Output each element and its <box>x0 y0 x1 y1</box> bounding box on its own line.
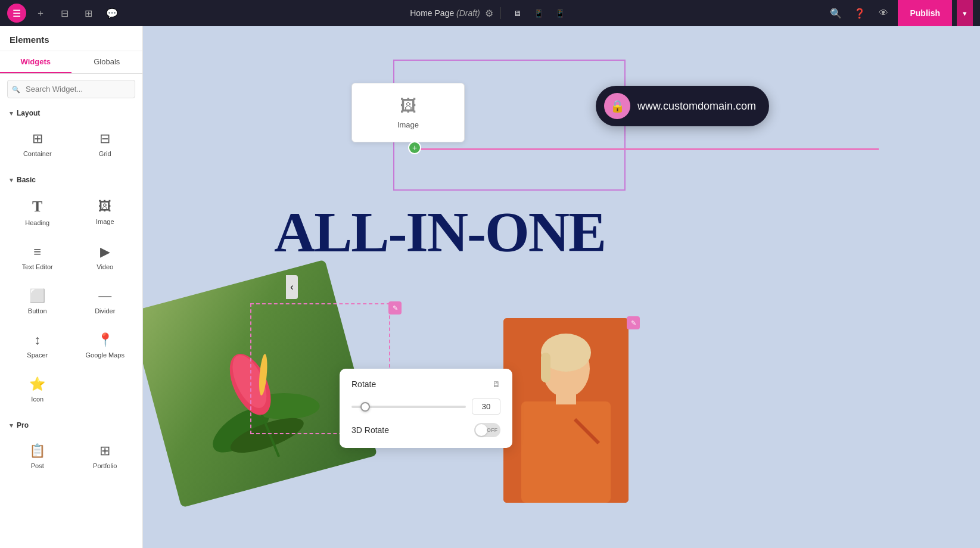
widget-text-editor-label: Text Editor <box>22 263 53 270</box>
sidebar-collapse-button[interactable]: ‹ <box>286 275 298 299</box>
widget-google-maps[interactable]: 📍 Google Maps <box>73 325 138 366</box>
divider-icon: ― <box>98 288 111 304</box>
image-icon: 🖼 <box>98 199 111 214</box>
topbar: ☰ ＋ ⊟ ⊞ 💬 Home Page (Draft) ⚙ 🖥 📱 📱 🔍 ❓ … <box>0 0 980 26</box>
widget-post[interactable]: 📋 Post <box>5 435 70 477</box>
post-icon: 📋 <box>29 443 45 459</box>
domain-badge[interactable]: 🔒 www.customdomain.com <box>596 86 769 126</box>
search-input[interactable] <box>7 80 135 98</box>
add-element-button[interactable]: ＋ <box>31 4 50 23</box>
image-drop-label: Image <box>397 120 419 129</box>
spacer-icon: ↕ <box>34 332 41 348</box>
rotate-slider-row: 30 <box>351 398 500 415</box>
help-icon-button[interactable]: ❓ <box>850 4 869 23</box>
topbar-center: Home Page (Draft) ⚙ 🖥 📱 📱 <box>410 4 570 23</box>
comments-button[interactable]: 💬 <box>102 4 122 23</box>
widget-container[interactable]: ⊞ Container <box>5 123 70 165</box>
layout-widgets: ⊞ Container ⊟ Grid <box>0 121 142 171</box>
grid-icon: ⊟ <box>99 131 110 147</box>
widget-grid[interactable]: ⊟ Grid <box>73 123 138 165</box>
search-area <box>0 74 142 104</box>
rotate-3d-toggle[interactable]: OFF <box>474 423 500 437</box>
section-basic[interactable]: Basic <box>0 171 142 188</box>
view-mode-icons: 🖥 📱 📱 <box>508 4 570 23</box>
topbar-left: ☰ ＋ ⊟ ⊞ 💬 <box>7 4 122 23</box>
rotate-device-icon: 🖥 <box>492 379 500 389</box>
page-settings-icon[interactable]: ⚙ <box>485 8 493 19</box>
publish-button[interactable]: Publish <box>898 0 952 26</box>
widget-text-editor[interactable]: ≡ Text Editor <box>5 236 70 278</box>
text-editor-icon: ≡ <box>33 244 41 260</box>
widget-spacer-label: Spacer <box>27 351 48 359</box>
widget-heading-label: Heading <box>25 219 49 226</box>
widget-divider[interactable]: ― Divider <box>73 281 138 322</box>
widget-spacer[interactable]: ↕ Spacer <box>5 325 70 366</box>
sidebar-title: Elements <box>0 26 142 51</box>
publish-dropdown-button[interactable]: ▾ <box>957 0 973 26</box>
woman-edit-icon[interactable]: ✎ <box>627 316 640 329</box>
widget-google-maps-label: Google Maps <box>86 351 125 359</box>
desktop-view-button[interactable]: 🖥 <box>508 4 527 23</box>
section-layout[interactable]: Layout <box>0 104 142 121</box>
rotate-3d-label: 3D Rotate <box>351 425 474 435</box>
search-icon-button[interactable]: 🔍 <box>826 4 845 23</box>
sidebar-tabs: Widgets Globals <box>0 51 142 74</box>
drop-indicator-line <box>409 148 879 150</box>
page-title: Home Page (Draft) <box>410 8 480 18</box>
toggle-text: OFF <box>487 427 497 433</box>
image-drop-icon: 🖼 <box>400 96 416 116</box>
widget-button-label: Button <box>28 307 47 315</box>
widget-heading[interactable]: T Heading <box>5 190 70 234</box>
section-pro[interactable]: Pro <box>0 416 142 433</box>
layers-button[interactable]: ⊞ <box>79 4 98 23</box>
main-layout: Elements Widgets Globals Layout ⊞ Contai… <box>0 26 980 548</box>
portfolio-icon: ⊞ <box>99 443 110 459</box>
svg-rect-8 <box>521 401 611 503</box>
pro-widgets: 📋 Post ⊞ Portfolio <box>0 433 142 483</box>
mobile-view-button[interactable]: 📱 <box>551 4 570 23</box>
widget-grid-label: Grid <box>99 150 111 157</box>
button-icon: ⬜ <box>29 288 45 304</box>
rotate-value-input[interactable]: 30 <box>472 398 500 415</box>
tab-widgets[interactable]: Widgets <box>0 51 71 73</box>
basic-widgets: T Heading 🖼 Image ≡ Text Editor ▶ Video … <box>0 188 142 416</box>
rotate-popup: Rotate 🖥 30 3D Rotate OFF <box>340 369 512 448</box>
widget-image-label: Image <box>96 218 114 225</box>
widget-image[interactable]: 🖼 Image <box>73 190 138 234</box>
rotate-label: Rotate <box>351 379 486 389</box>
search-wrapper <box>7 80 135 98</box>
tab-globals[interactable]: Globals <box>71 51 143 73</box>
topbar-right: 🔍 ❓ 👁 Publish ▾ <box>826 0 973 26</box>
svg-rect-12 <box>541 353 550 382</box>
all-in-one-heading[interactable]: ALL-IN-ONE <box>274 199 974 265</box>
widget-portfolio-label: Portfolio <box>93 462 117 469</box>
widget-portfolio[interactable]: ⊞ Portfolio <box>73 435 138 477</box>
preview-icon-button[interactable]: 👁 <box>874 4 893 23</box>
widget-video[interactable]: ▶ Video <box>73 236 138 278</box>
add-element-button-canvas[interactable]: + <box>408 141 421 154</box>
widget-icon-label: Icon <box>31 396 43 403</box>
widget-container-label: Container <box>23 150 52 157</box>
rotate-slider[interactable] <box>351 406 466 408</box>
google-maps-icon: 📍 <box>97 332 113 348</box>
icon-widget-icon: ⭐ <box>29 376 45 392</box>
canvas[interactable]: 🖼 Image + ALL-IN-ONE <box>143 26 980 548</box>
canvas-content: 🖼 Image + ALL-IN-ONE <box>143 26 980 548</box>
widget-video-label: Video <box>97 263 113 270</box>
widget-icon[interactable]: ⭐ Icon <box>5 369 70 410</box>
heading-icon: T <box>32 198 42 216</box>
divider <box>500 7 501 19</box>
widget-button[interactable]: ⬜ Button <box>5 281 70 322</box>
widget-post-label: Post <box>31 462 44 469</box>
rotate-3d-row: 3D Rotate OFF <box>351 423 500 437</box>
lock-icon: 🔒 <box>604 93 630 119</box>
flower-edit-icon[interactable]: ✎ <box>388 301 402 315</box>
image-drop-widget[interactable]: 🖼 Image <box>351 83 465 142</box>
tablet-view-button[interactable]: 📱 <box>530 4 549 23</box>
structure-button[interactable]: ⊟ <box>55 4 74 23</box>
menu-button[interactable]: ☰ <box>7 4 26 23</box>
woman-image[interactable] <box>503 318 629 503</box>
container-icon: ⊞ <box>32 131 43 147</box>
woman-svg <box>503 318 629 503</box>
rotate-row: Rotate 🖥 <box>351 379 500 389</box>
